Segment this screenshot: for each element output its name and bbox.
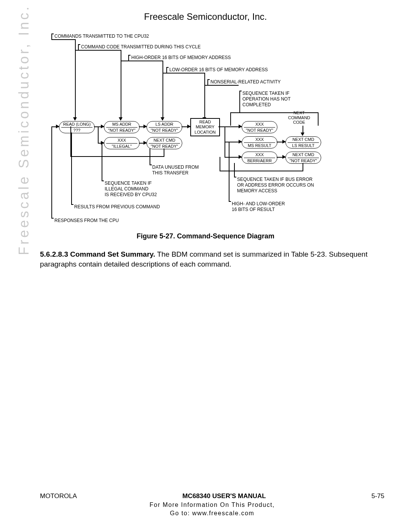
label-results-prev: RESULTS FROM PREVIOUS COMMAND [74, 204, 160, 210]
label-seq-not-completed: SEQUENCE TAKEN IF OPERATION HAS NOT COMP… [242, 91, 290, 108]
node-ms-addr: MS ADDR "NOT READY" [104, 121, 140, 133]
body-paragraph: 5.6.2.8.3 Command Set Summary. The BDM c… [40, 249, 384, 269]
node-next-cmd-not-ready-lower: NEXT CMD "NOT READY" [147, 137, 182, 149]
label-low-order: LOW-ORDER 16 BITS OF MEMORY ADDRESS [169, 67, 268, 73]
node-next-cmd-ls-result: NEXT CMD LS RESULT [285, 136, 321, 149]
node-read-memory-location: READ MEMORY LOCATION [190, 118, 220, 136]
node-xxx-berr: XXX BERR/AERR [242, 152, 277, 164]
section-heading: 5.6.2.8.3 Command Set Summary. [40, 250, 155, 258]
node-xxx-not-ready: XXX "NOT READY" [242, 121, 277, 133]
node-xxx-illegal: XXX "ILLEGAL" [104, 137, 140, 149]
node-ls-addr: LS ADDR "NOT READY" [147, 121, 182, 133]
label-data-unused: DATA UNUSED FROM THIS TRANSFER [152, 165, 199, 176]
page-footer: MOTOROLA MC68340 USER'S MANUAL 5-75 For … [40, 492, 384, 517]
footer-sub2: Go to: www.freescale.com [40, 510, 384, 517]
footer-center: MC68340 USER'S MANUAL [182, 492, 266, 500]
label-high-order: HIGH-ORDER 16 BITS OF MEMORY ADDRESS [131, 55, 231, 61]
footer-right: 5-75 [371, 492, 384, 500]
footer-sub1: For More Information On This Product, [40, 502, 384, 508]
page-header: Freescale Semiconductor, Inc. [0, 0, 411, 22]
node-xxx-ms-result: XXX MS RESULT [242, 136, 277, 149]
label-nonserial: NONSERIAL-RELATED ACTIVITY [210, 79, 280, 85]
figure-caption: Figure 5-27. Command-Sequence Diagram [0, 232, 411, 240]
watermark-text: Freescale Semiconductor, Inc. [16, 5, 32, 255]
label-command-code: COMMAND CODE TRANSMITTED DURING THIS CYC… [81, 44, 201, 50]
node-read-long: READ (LONG) ??? [59, 121, 95, 133]
footer-left: MOTOROLA [40, 492, 77, 500]
label-seq-bus-error: SEQUENCE TAKEN IF BUS ERROR OR ADDRESS E… [237, 177, 314, 194]
label-high-low-result: HIGH- AND LOW-ORDER 16 BITS OF RESULT [232, 201, 285, 212]
command-sequence-diagram: COMMANDS TRANSMITTED TO THE CPU32 COMMAN… [40, 30, 375, 228]
label-next-command-code: NEXT COMMAND CODE [288, 110, 310, 125]
label-commands-transmitted: COMMANDS TRANSMITTED TO THE CPU32 [54, 34, 149, 39]
node-next-cmd-not-ready-right: NEXT CMD "NOT READY" [285, 152, 321, 164]
label-responses-cpu: RESPONSES FROM THE CPU [54, 218, 119, 224]
label-seq-illegal: SEQUENCE TAKEN IF ILLEGAL COMMAND IS REC… [105, 181, 157, 198]
